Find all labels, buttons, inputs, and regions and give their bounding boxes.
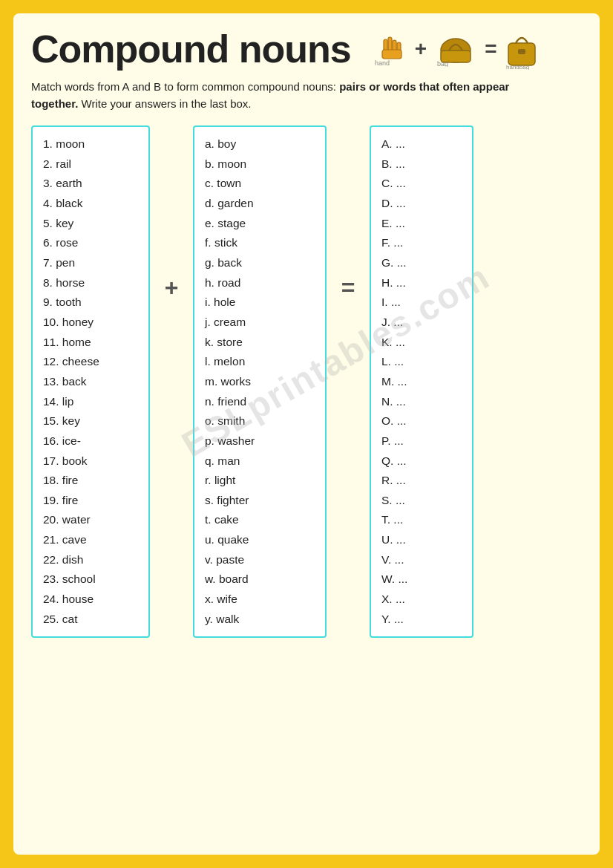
list-item: 9. tooth (43, 293, 138, 313)
list-item: P. ... (381, 431, 462, 451)
list-item: 19. fire (43, 491, 138, 511)
list-item: X. ... (381, 590, 462, 610)
page-title: Compound nouns (31, 27, 351, 71)
list-item: r. light (205, 471, 315, 491)
list-item: 4. black (43, 194, 138, 214)
list-item: 7. pen (43, 253, 138, 273)
list-item: 24. house (43, 590, 138, 610)
list-item: 6. rose (43, 233, 138, 253)
list-item: C. ... (381, 174, 462, 194)
list-item: 2. rail (43, 154, 138, 174)
columns-container: 1. moon2. rail3. earth4. black5. key6. r… (31, 125, 582, 638)
list-item: G. ... (381, 253, 462, 273)
list-item: p. washer (205, 431, 315, 451)
list-item: q. man (205, 451, 315, 471)
instructions: Match words from A and B to form common … (31, 79, 551, 112)
column-a-box: 1. moon2. rail3. earth4. black5. key6. r… (31, 125, 150, 638)
list-item: 10. honey (43, 313, 138, 333)
list-item: t. cake (205, 510, 315, 530)
list-item: D. ... (381, 194, 462, 214)
list-item: y. walk (205, 610, 315, 630)
list-item: T. ... (381, 510, 462, 530)
list-item: d. garden (205, 194, 315, 214)
list-item: l. melon (205, 352, 315, 372)
list-item: V. ... (381, 550, 462, 570)
list-item: 22. dish (43, 550, 138, 570)
list-item: f. stick (205, 233, 315, 253)
svg-text:handbag: handbag (506, 64, 529, 70)
list-item: 3. earth (43, 174, 138, 194)
list-item: Y. ... (381, 610, 462, 630)
page-header: Compound nouns hand + bag (31, 27, 582, 71)
list-item: a. boy (205, 134, 315, 154)
instruction-text2: Write your answers in the last box. (78, 97, 251, 110)
list-item: N. ... (381, 392, 462, 412)
list-item: b. moon (205, 154, 315, 174)
svg-rect-10 (518, 49, 525, 54)
list-item: S. ... (381, 491, 462, 511)
list-item: 25. cat (43, 610, 138, 630)
list-item: w. board (205, 570, 315, 590)
instruction-text1: Match words from A and B to form common … (31, 80, 339, 93)
list-item: j. cream (205, 313, 315, 333)
list-item: U. ... (381, 530, 462, 550)
handbag-icon: handbag (505, 28, 539, 70)
list-item: 12. cheese (43, 352, 138, 372)
list-item: 5. key (43, 214, 138, 234)
list-item: 18. fire (43, 471, 138, 491)
equals-icon: = (485, 37, 496, 61)
plus-icon: + (415, 37, 427, 61)
list-item: 16. ice- (43, 431, 138, 451)
svg-rect-4 (382, 50, 401, 59)
list-item: 15. key (43, 411, 138, 431)
list-item: R. ... (381, 471, 462, 491)
bag-icon: bag (434, 31, 477, 67)
list-item: Q. ... (381, 451, 462, 471)
list-item: u. quake (205, 530, 315, 550)
list-item: 14. lip (43, 392, 138, 412)
list-item: 23. school (43, 570, 138, 590)
list-item: i. hole (205, 293, 315, 313)
list-item: M. ... (381, 372, 462, 392)
list-item: W. ... (381, 570, 462, 590)
list-item: F. ... (381, 233, 462, 253)
list-item: E. ... (381, 214, 462, 234)
list-item: e. stage (205, 214, 315, 234)
list-item: L. ... (381, 352, 462, 372)
column-b-box: a. boyb. moonc. townd. gardene. stagef. … (193, 125, 327, 638)
column-c-list: A. ...B. ...C. ...D. ...E. ...F. ...G. .… (381, 134, 462, 629)
list-item: s. fighter (205, 491, 315, 511)
list-item: 21. cave (43, 530, 138, 550)
list-item: H. ... (381, 273, 462, 293)
list-item: n. friend (205, 392, 315, 412)
column-c-box: A. ...B. ...C. ...D. ...E. ...F. ...G. .… (370, 125, 473, 638)
equals-operator: = (337, 125, 359, 301)
list-item: v. paste (205, 550, 315, 570)
list-item: B. ... (381, 154, 462, 174)
list-item: g. back (205, 253, 315, 273)
list-item: h. road (205, 273, 315, 293)
list-item: J. ... (381, 313, 462, 333)
list-item: c. town (205, 174, 315, 194)
list-item: m. works (205, 372, 315, 392)
list-item: I. ... (381, 293, 462, 313)
list-item: 8. horse (43, 273, 138, 293)
list-item: x. wife (205, 590, 315, 610)
list-item: 13. back (43, 372, 138, 392)
hand-icon: hand (372, 31, 407, 67)
list-item: 1. moon (43, 134, 138, 154)
plus-operator: + (160, 125, 183, 301)
list-item: o. smith (205, 411, 315, 431)
list-item: 11. home (43, 333, 138, 353)
list-item: A. ... (381, 134, 462, 154)
svg-text:bag: bag (437, 60, 448, 67)
list-item: k. store (205, 333, 315, 353)
svg-text:hand: hand (375, 59, 390, 67)
column-b-list: a. boyb. moonc. townd. gardene. stagef. … (205, 134, 315, 629)
list-item: 20. water (43, 510, 138, 530)
list-item: O. ... (381, 411, 462, 431)
header-icons: hand + bag = handbag (372, 28, 539, 70)
list-item: 17. book (43, 451, 138, 471)
list-item: K. ... (381, 333, 462, 353)
column-a-list: 1. moon2. rail3. earth4. black5. key6. r… (43, 134, 138, 629)
